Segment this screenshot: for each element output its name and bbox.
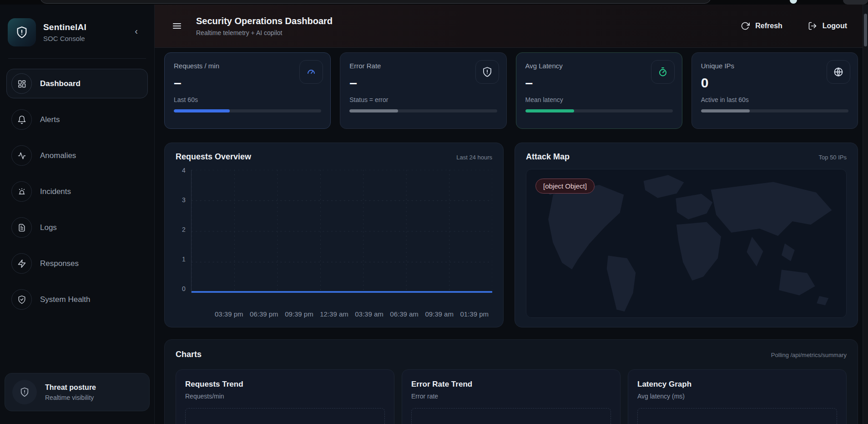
refresh-button[interactable]: Refresh: [741, 21, 782, 31]
attack-map-range: Top 50 IPs: [819, 154, 847, 161]
logout-icon: [808, 21, 817, 31]
metric-caption: Last 60s: [174, 96, 321, 103]
sidebar-collapse-button[interactable]: ‹: [135, 26, 138, 36]
scrollbar-thumb[interactable]: [864, 14, 867, 46]
sidebar-divider: [8, 58, 146, 59]
page-subtitle: Realtime telemetry + AI copilot: [196, 29, 333, 36]
chart-title: Error Rate Trend: [411, 380, 611, 389]
y-tick: 1: [182, 255, 186, 263]
sidebar-item-responses[interactable]: Responses: [6, 249, 148, 278]
threat-posture-subtitle: Realtime visibility: [45, 394, 96, 401]
y-axis-labels: 4 3 2 1 0: [176, 167, 191, 292]
activity-pulse-icon: [11, 145, 32, 166]
sidebar-item-label: Anomalies: [40, 151, 76, 160]
x-tick: 12:39 am: [320, 310, 348, 318]
progress-track: [349, 109, 497, 112]
threat-posture-title: Threat posture: [45, 383, 96, 392]
metric-label: Error Rate: [349, 62, 497, 70]
logout-button[interactable]: Logout: [808, 21, 847, 31]
chart-subtitle: Error rate: [411, 393, 611, 400]
chart-subtitle: Avg latency (ms): [637, 393, 837, 400]
sidebar-item-system-health[interactable]: System Health: [6, 285, 148, 314]
bell-icon: [11, 109, 32, 130]
refresh-icon: [741, 21, 750, 31]
chart-title: Latency Graph: [637, 380, 837, 389]
x-tick: 03:39 am: [355, 310, 384, 318]
charts-section-title: Charts: [176, 350, 202, 359]
browser-button[interactable]: [843, 0, 868, 5]
metric-cards-row: Requests / min – Last 60s E: [164, 52, 858, 129]
requests-trend-card: Requests Trend Requests/min: [176, 369, 394, 424]
metric-card-avg-latency: Avg Latency – Mean latency: [516, 52, 682, 129]
dashboard-content: Requests / min – Last 60s E: [155, 48, 868, 424]
page-scrollbar[interactable]: [863, 5, 868, 424]
y-tick: 2: [182, 226, 186, 233]
brand: SentinelAI SOC Console ‹: [0, 5, 154, 57]
sidebar-item-incidents[interactable]: Incidents: [6, 177, 148, 206]
sidebar-item-label: Logs: [40, 223, 57, 232]
progress-fill: [525, 109, 574, 112]
browser-avatar[interactable]: [790, 0, 797, 4]
shield-check-icon: [11, 289, 32, 310]
attack-map-panel: Attack Map Top 50 IPs: [515, 143, 858, 327]
sidebar-item-dashboard[interactable]: Dashboard: [6, 69, 148, 98]
threat-posture-card: Threat posture Realtime visibility: [5, 373, 150, 411]
error-rate-trend-card: Error Rate Trend Error rate: [402, 369, 621, 424]
zap-icon: [11, 253, 32, 274]
sidebar-item-label: Incidents: [40, 187, 71, 196]
metric-caption: Active in last 60s: [701, 96, 848, 103]
brand-title: SentinelAI: [43, 22, 86, 32]
dashboard-grid-icon: [11, 73, 32, 94]
sidebar-item-label: Responses: [40, 259, 79, 268]
progress-track: [701, 109, 848, 112]
progress-track: [174, 109, 321, 112]
metric-card-unique-ips: Unique IPs 0 Active in last 60s: [691, 52, 858, 129]
siren-icon: [11, 181, 32, 202]
menu-icon[interactable]: [172, 20, 182, 31]
chart-title: Requests Trend: [185, 380, 385, 389]
requests-overview-chart: 4 3 2 1 0: [176, 170, 492, 307]
progress-track: [525, 109, 673, 112]
progress-fill: [174, 109, 230, 112]
logout-label: Logout: [823, 22, 847, 30]
chart-placeholder: [411, 408, 611, 424]
requests-overview-range: Last 24 hours: [456, 154, 492, 161]
timer-icon: [651, 60, 675, 84]
x-tick: 09:39 pm: [285, 310, 313, 318]
x-axis-labels: 03:39 pm 06:39 pm 09:39 pm 12:39 am 03:3…: [215, 310, 489, 318]
y-tick: 0: [182, 285, 186, 292]
sidebar: SentinelAI SOC Console ‹ Dashboard: [0, 5, 155, 424]
sidebar-item-anomalies[interactable]: Anomalies: [6, 141, 148, 170]
chart-placeholder: [637, 408, 837, 424]
x-tick: 09:39 am: [425, 310, 454, 318]
attack-map-title: Attack Map: [526, 152, 570, 162]
x-tick: 01:39 pm: [460, 310, 489, 318]
globe-icon: [827, 60, 850, 84]
metric-card-error-rate: Error Rate – Status = error: [340, 52, 506, 129]
y-tick: 4: [182, 167, 186, 174]
shield-alert-logo-icon: [8, 18, 36, 46]
requests-overview-panel: Requests Overview Last 24 hours 4 3 2 1 …: [164, 143, 504, 327]
sidebar-nav: Dashboard Alerts A: [0, 66, 154, 323]
sidebar-item-logs[interactable]: Logs: [6, 213, 148, 242]
topbar: Security Operations Dashboard Realtime t…: [155, 5, 868, 48]
y-tick: 3: [182, 196, 186, 204]
browser-chrome-strip: [0, 0, 868, 5]
metric-caption: Mean latency: [525, 96, 673, 103]
plot-area: [191, 170, 492, 293]
metric-card-requests-per-min: Requests / min – Last 60s: [164, 52, 331, 129]
sidebar-item-label: Alerts: [40, 115, 60, 124]
x-tick: 06:39 am: [390, 310, 419, 318]
map-overlay-badge: [object Object]: [535, 179, 595, 194]
chart-subtitle: Requests/min: [185, 393, 385, 400]
browser-omnibox-edge: [40, 0, 711, 4]
world-map[interactable]: [object Object]: [526, 169, 847, 318]
shield-alert-icon: [475, 60, 499, 84]
x-tick: 06:39 pm: [250, 310, 278, 318]
sidebar-item-label: Dashboard: [40, 79, 81, 88]
sidebar-item-alerts[interactable]: Alerts: [6, 105, 148, 134]
latency-graph-card: Latency Graph Avg latency (ms): [628, 369, 847, 424]
charts-section: Charts Polling /api/metrics/summary Requ…: [164, 339, 858, 424]
gauge-icon: [299, 60, 323, 84]
requests-line: [192, 170, 492, 293]
